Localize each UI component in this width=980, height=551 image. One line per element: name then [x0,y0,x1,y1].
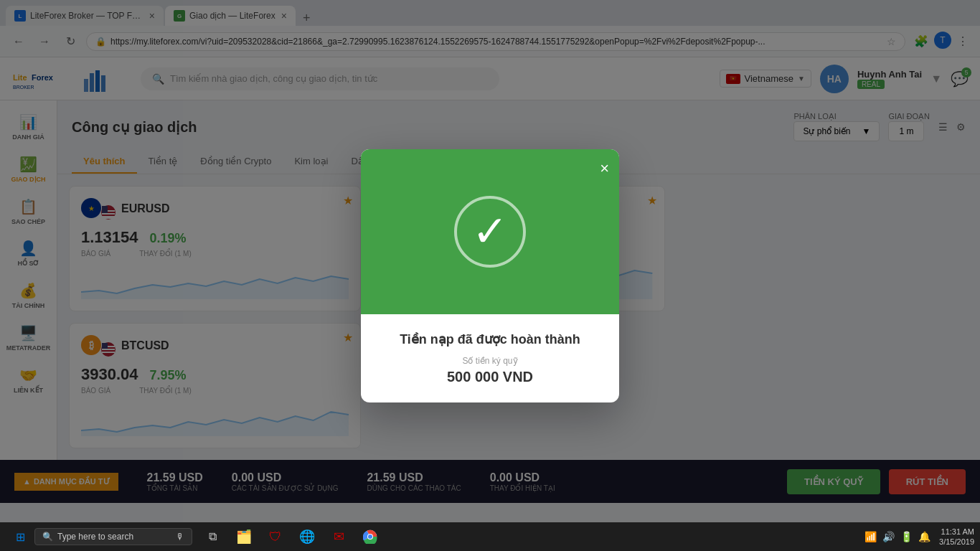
chrome-icon [363,529,377,544]
windows-logo-icon: ⊞ [16,530,25,544]
taskbar-right: 📶 🔊 🔋 🔔 11:31 AM 3/15/2019 [864,527,974,547]
email-icon: ✉ [334,529,344,545]
taskbar-clock: 11:31 AM 3/15/2019 [939,527,974,547]
svg-point-32 [368,534,372,539]
task-view-icon: ⧉ [209,530,217,543]
modal-amount: 500 000 VND [378,369,602,385]
volume-icon[interactable]: 🔊 [882,531,895,542]
modal-subtitle: Số tiền ký quỹ [378,356,602,366]
modal-overlay[interactable]: × ✓ Tiền nạp đã được hoàn thành Số tiền … [0,0,980,551]
start-button[interactable]: ⊞ [6,522,34,551]
taskbar-search-icon: 🔍 [42,532,53,542]
modal-close-button[interactable]: × [600,159,609,178]
taskbar-app-task-view[interactable]: ⧉ [198,522,227,551]
explorer-icon: 🗂️ [236,529,252,545]
ie-icon: 🌐 [299,529,315,545]
time-display: 11:31 AM [941,527,974,537]
battery-icon[interactable]: 🔋 [900,531,913,542]
taskbar-search-placeholder: Type here to search [57,532,133,542]
modal-success-banner: × ✓ [361,149,619,314]
success-modal: × ✓ Tiền nạp đã được hoàn thành Số tiền … [361,149,619,402]
taskbar: ⊞ 🔍 Type here to search 🎙 ⧉ 🗂️ 🛡 🌐 ✉ [0,522,980,551]
modal-title: Tiền nạp đã được hoàn thành [378,331,602,347]
modal-body: Tiền nạp đã được hoàn thành Số tiền ký q… [361,314,619,402]
antivirus-icon: 🛡 [269,529,282,545]
taskbar-app-explorer[interactable]: 🗂️ [230,522,258,551]
network-icon[interactable]: 📶 [864,531,877,542]
taskbar-app-antivirus[interactable]: 🛡 [261,522,290,551]
taskbar-app-ie[interactable]: 🌐 [293,522,321,551]
taskbar-app-email[interactable]: ✉ [324,522,353,551]
microphone-icon[interactable]: 🎙 [176,532,184,542]
notification-icon[interactable]: 🔔 [918,531,930,542]
checkmark-icon: ✓ [472,210,508,253]
taskbar-search[interactable]: 🔍 Type here to search 🎙 [34,528,192,545]
check-circle: ✓ [454,196,526,268]
date-display: 3/15/2019 [939,537,974,547]
taskbar-system-icons: 📶 🔊 🔋 🔔 [864,531,930,542]
taskbar-apps: ⧉ 🗂️ 🛡 🌐 ✉ [198,522,385,551]
taskbar-app-chrome[interactable] [356,522,385,551]
